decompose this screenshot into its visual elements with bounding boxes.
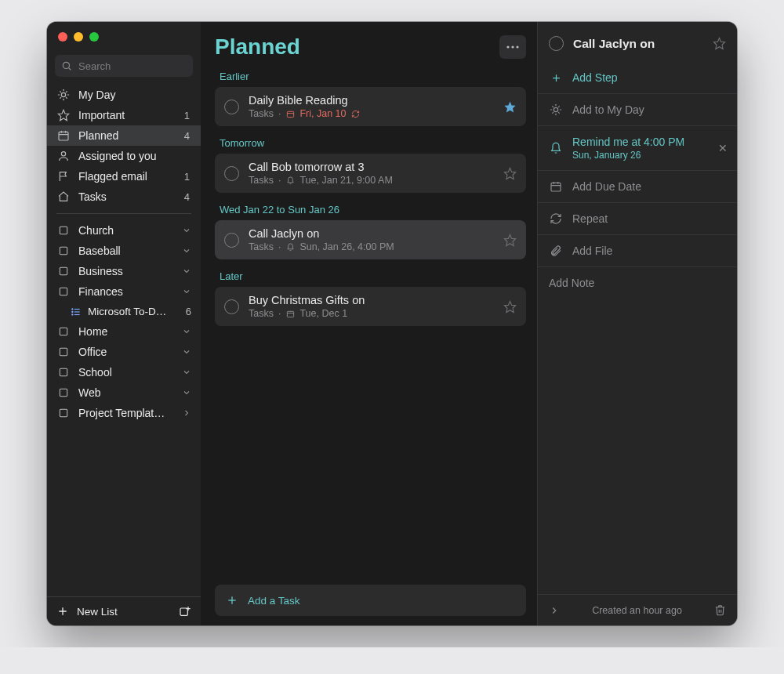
sidebar-group-business[interactable]: Business xyxy=(47,261,201,281)
chevron-down-icon xyxy=(182,266,191,276)
new-group-button[interactable] xyxy=(179,605,191,618)
task-title: Call Jaclyn on xyxy=(249,227,494,240)
new-list-button[interactable]: New List xyxy=(77,606,118,618)
sidebar-group-web[interactable]: Web xyxy=(47,382,201,403)
svg-point-37 xyxy=(506,45,509,48)
detail-footer: Created an hour ago xyxy=(538,594,737,625)
add-to-my-day-button[interactable]: Add to My Day xyxy=(538,93,737,125)
sidebar-group-office[interactable]: Office xyxy=(47,342,201,362)
sidebar-item-label: Finances xyxy=(78,285,123,298)
calendar-icon xyxy=(285,309,295,318)
detail-title[interactable]: Call Jaclyn on xyxy=(573,37,703,51)
sidebar-item-flagged[interactable]: Flagged email 1 xyxy=(47,166,201,187)
group-icon xyxy=(56,326,71,337)
close-window-button[interactable] xyxy=(58,32,67,42)
task-row[interactable]: Call Jaclyn on Tasks· Sun, Jan 26, 4:00 … xyxy=(215,220,526,259)
chevron-down-icon xyxy=(182,368,191,377)
task-row[interactable]: Call Bob tomorrow at 3 Tasks· Tue, Jan 2… xyxy=(215,154,526,193)
complete-toggle[interactable] xyxy=(224,233,239,248)
group-icon xyxy=(56,387,71,398)
detail-pane: Call Jaclyn on Add Step Add to My Day Re… xyxy=(537,22,737,625)
reminder-row[interactable]: Remind me at 4:00 PM Sun, January 26 ✕ xyxy=(538,125,737,170)
delete-task-button[interactable] xyxy=(714,604,726,616)
sidebar-group-baseball[interactable]: Baseball xyxy=(47,241,201,261)
section-label: Later xyxy=(215,263,526,287)
home-icon xyxy=(56,190,71,203)
svg-line-58 xyxy=(553,107,554,107)
svg-rect-17 xyxy=(60,226,67,234)
add-due-date-button[interactable]: Add Due Date xyxy=(538,170,737,202)
sidebar-item-label: School xyxy=(78,366,112,379)
task-list-name: Tasks xyxy=(249,108,274,119)
app-window: My Day Important 1 Planned 4 Assigned to… xyxy=(47,22,737,625)
fullscreen-window-button[interactable] xyxy=(89,32,99,42)
add-my-day-label: Add to My Day xyxy=(572,103,644,116)
svg-rect-27 xyxy=(60,328,67,335)
sidebar-list-ms-todo[interactable]: Microsoft To-D… 6 xyxy=(47,302,201,321)
star-toggle[interactable] xyxy=(713,37,726,50)
star-toggle[interactable] xyxy=(503,234,517,247)
sidebar-item-label: My Day xyxy=(78,89,115,101)
task-row[interactable]: Daily Bible Reading Tasks· Fri, Jan 10 xyxy=(215,87,526,126)
sidebar-item-label: Assigned to you xyxy=(78,150,157,162)
complete-toggle[interactable] xyxy=(224,100,239,114)
task-list-name: Tasks xyxy=(249,308,274,319)
window-controls xyxy=(58,32,99,42)
sidebar-item-planned[interactable]: Planned 4 xyxy=(47,125,201,146)
sidebar-group-church[interactable]: Church xyxy=(47,220,201,241)
star-toggle[interactable] xyxy=(503,100,517,114)
more-options-button[interactable] xyxy=(499,35,526,59)
task-title: Daily Bible Reading xyxy=(249,94,494,107)
sidebar-item-my-day[interactable]: My Day xyxy=(47,85,201,105)
sidebar-item-label: Web xyxy=(78,386,101,399)
sidebar-divider xyxy=(56,213,191,214)
svg-line-10 xyxy=(60,97,61,98)
plus-icon xyxy=(226,594,238,607)
add-file-button[interactable]: Add File xyxy=(538,234,737,266)
group-icon xyxy=(56,286,71,297)
svg-rect-18 xyxy=(60,247,67,254)
minimize-window-button[interactable] xyxy=(74,32,83,42)
task-list-name: Tasks xyxy=(249,241,274,252)
task-row[interactable]: Buy Christmas Gifts on Tasks· Tue, Dec 1 xyxy=(215,287,526,326)
star-toggle[interactable] xyxy=(503,300,517,313)
main-header: Planned xyxy=(215,34,526,60)
list-icon xyxy=(71,306,82,317)
sidebar-item-tasks[interactable]: Tasks 4 xyxy=(47,187,201,207)
add-note-field[interactable]: Add Note xyxy=(538,266,737,299)
search-field[interactable] xyxy=(55,55,193,77)
star-toggle[interactable] xyxy=(503,167,517,180)
sidebar-group-finances[interactable]: Finances xyxy=(47,281,201,302)
sidebar-item-assigned[interactable]: Assigned to you xyxy=(47,146,201,166)
sidebar-group-project-templates[interactable]: Project Templat… xyxy=(47,403,201,423)
sidebar-item-label: Flagged email xyxy=(78,170,147,183)
sidebar-item-important[interactable]: Important 1 xyxy=(47,105,201,125)
svg-marker-42 xyxy=(504,101,515,112)
complete-toggle[interactable] xyxy=(224,166,239,181)
add-step-button[interactable]: Add Step xyxy=(538,62,737,93)
chevron-down-icon xyxy=(182,287,191,296)
svg-point-16 xyxy=(61,152,65,156)
sidebar-item-label: Business xyxy=(78,265,123,277)
bell-icon xyxy=(285,242,295,252)
chevron-down-icon xyxy=(182,226,191,235)
hide-detail-button[interactable] xyxy=(549,605,560,616)
sidebar-group-home[interactable]: Home xyxy=(47,321,201,342)
search-input[interactable] xyxy=(77,60,212,73)
add-task-button[interactable]: Add a Task xyxy=(215,585,526,616)
add-due-label: Add Due Date xyxy=(572,180,641,193)
sidebar-item-label: Church xyxy=(78,224,114,237)
sidebar-group-school[interactable]: School xyxy=(47,362,201,382)
svg-line-9 xyxy=(66,92,67,92)
detail-header: Call Jaclyn on xyxy=(538,22,737,62)
complete-toggle[interactable] xyxy=(224,299,239,314)
sidebar-item-label: Tasks xyxy=(78,190,107,203)
sidebar-item-count: 4 xyxy=(184,191,191,203)
repeat-button[interactable]: Repeat xyxy=(538,202,737,234)
sidebar-groups: Church Baseball Business Finances Micros xyxy=(47,219,201,425)
complete-toggle[interactable] xyxy=(549,36,564,51)
add-step-label: Add Step xyxy=(572,71,618,84)
sidebar-item-label: Planned xyxy=(78,129,118,142)
clear-reminder-button[interactable]: ✕ xyxy=(718,142,728,154)
sidebar-item-label: Office xyxy=(78,346,107,358)
